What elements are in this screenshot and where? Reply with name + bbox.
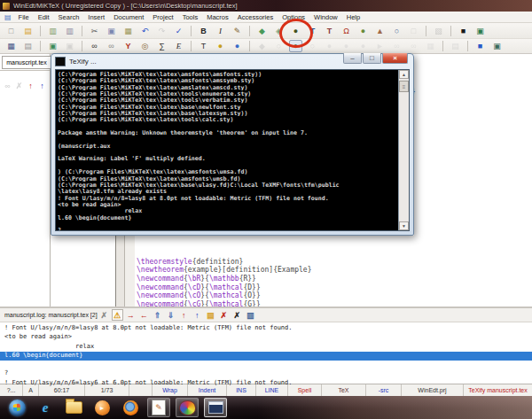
texify-icon[interactable]: ● [289, 25, 302, 37]
spellcheck-icon[interactable]: ✓ [172, 25, 185, 37]
equation-icon[interactable]: E [172, 40, 185, 52]
new-document-icon[interactable]: □ [4, 25, 18, 37]
link-icon[interactable]: ∞ [390, 40, 403, 52]
next-jump-icon[interactable]: ↑ [36, 80, 48, 91]
log-line[interactable]: <to be read again> [0, 333, 532, 342]
print-icon[interactable]: ▤ [21, 40, 35, 52]
cut-icon[interactable]: ✂ [88, 25, 101, 37]
log-line[interactable]: relax [0, 343, 532, 352]
menu-help[interactable]: Help [342, 13, 364, 21]
redo-icon[interactable]: ↷ [155, 25, 168, 37]
document-tab[interactable]: manuscript.tex [2, 56, 51, 69]
log-line[interactable] [0, 361, 532, 369]
find-in-files-icon[interactable]: ◎ [138, 40, 152, 52]
print-log-icon[interactable]: ▤ [449, 40, 462, 52]
log-line[interactable]: ! Font U/lasy/m/n/6=lasy6 at 6.0pt not l… [0, 379, 532, 388]
text-mode-icon[interactable]: T [197, 40, 210, 52]
menu-search[interactable]: Search [54, 13, 84, 21]
firefox-icon[interactable] [119, 398, 142, 417]
close-panel-icon[interactable]: ✗ [98, 309, 110, 321]
graphics-icon[interactable]: ▣ [46, 40, 59, 52]
console-taskbar-icon[interactable] [204, 398, 227, 417]
pdflatex-icon[interactable]: T [323, 25, 336, 37]
texify-console-icon[interactable]: ● [289, 40, 302, 52]
next-mark-icon[interactable]: ↑ [192, 309, 203, 321]
menu-tools[interactable]: Tools [178, 13, 203, 21]
prev-error-icon[interactable]: ← [138, 309, 150, 321]
pdf-view-icon[interactable]: □ [407, 25, 420, 37]
replace-icon[interactable]: Y [121, 40, 135, 52]
undo-icon[interactable]: ↶ [138, 25, 152, 37]
dvi-forward-icon[interactable]: ◆ [255, 25, 269, 37]
magnify2-icon[interactable]: ○ [306, 40, 319, 52]
alarm-icon[interactable]: ◆ [255, 40, 269, 52]
minimize-button[interactable]: – [343, 53, 362, 64]
menu-insert[interactable]: Insert [83, 13, 109, 21]
window-icon[interactable]: ▣ [490, 40, 504, 52]
dvi-view-icon[interactable]: ○ [390, 25, 403, 37]
close-doc-icon[interactable]: ✗ [13, 80, 25, 91]
scroll-down-button[interactable]: ▼ [399, 221, 409, 230]
first-error-icon[interactable]: ⇑ [152, 309, 163, 321]
link2-icon[interactable]: ∞ [407, 40, 420, 52]
scroll-up-button[interactable]: ▲ [399, 70, 409, 79]
log-line[interactable]: ! Font U/lasy/m/n/8=lasy8 at 8.0pt not l… [0, 324, 532, 333]
ie-icon[interactable]: e [34, 398, 57, 417]
menu-accessories[interactable]: Accessories [233, 13, 278, 21]
save-as-icon[interactable]: ▥ [63, 25, 76, 37]
maximize-button[interactable]: □ [363, 53, 381, 64]
close-button[interactable]: × [382, 53, 408, 64]
last-error-icon[interactable]: ⇓ [165, 309, 176, 321]
console-titlebar[interactable]: TeXify ... – □ × [51, 54, 413, 69]
pause-icon[interactable]: ● [340, 40, 353, 52]
copy-icon[interactable]: ▣ [105, 25, 118, 37]
prev-mark-icon[interactable]: ↑ [178, 309, 190, 321]
fullscreen-icon[interactable]: ■ [457, 25, 470, 37]
stop-icon[interactable]: ● [323, 40, 336, 52]
graphics2-icon[interactable]: ▣ [63, 40, 76, 52]
close-log-icon[interactable]: ✗ [231, 309, 243, 321]
child-window-icon[interactable]: ▤ [4, 13, 12, 21]
log-line[interactable]: ? [0, 369, 532, 378]
console-scrollbar[interactable]: ▲ ≡ ▼ [398, 70, 409, 230]
find-next-icon[interactable]: ∞ [105, 40, 118, 52]
menu-options[interactable]: Options [278, 13, 309, 21]
menu-project[interactable]: Project [148, 13, 177, 21]
latex-icon[interactable]: T [306, 25, 319, 37]
menu-document[interactable]: Document [109, 13, 148, 21]
open-log-icon[interactable]: ▤ [205, 309, 216, 321]
makeindex-icon[interactable]: ▲ [373, 25, 387, 37]
clear-marks-icon[interactable]: ✗ [218, 309, 230, 321]
macros-icon[interactable]: ▧ [432, 25, 445, 37]
globe-icon[interactable]: ● [214, 40, 227, 52]
miktex-taskbar-icon[interactable] [176, 398, 199, 417]
bibtex-icon[interactable]: ● [356, 25, 370, 37]
image-tools-icon[interactable]: ▣ [473, 25, 487, 37]
code-editor[interactable]: \theoremstyle{definition}\newtheorem{exa… [137, 232, 311, 306]
open-file-icon[interactable]: ▤ [21, 25, 35, 37]
edit-pen-icon[interactable]: ✎ [231, 25, 244, 37]
menu-file[interactable]: File [14, 13, 34, 21]
compile-copy-icon[interactable]: ◈ [272, 25, 286, 37]
blue-screen-icon[interactable]: ■ [473, 40, 487, 52]
scrollbar-thumb[interactable]: ≡ [399, 81, 409, 92]
next-error-icon[interactable]: → [125, 309, 137, 321]
view-source-icon[interactable]: ∞ [2, 80, 13, 91]
menu-macros[interactable]: Macros [202, 13, 233, 21]
log-file-icon[interactable]: ▥ [245, 309, 256, 321]
italic-icon[interactable]: I [214, 25, 227, 37]
bold-icon[interactable]: B [197, 25, 210, 37]
paste-icon[interactable]: ▦ [121, 25, 135, 37]
prev-jump-icon[interactable]: ↑ [25, 80, 36, 91]
media-player-icon[interactable]: ► [90, 398, 113, 417]
document-mode-icon[interactable]: ▥ [46, 25, 59, 37]
winedt-taskbar-icon[interactable]: ✎ [147, 398, 170, 417]
dvips-icon[interactable]: Ω [340, 25, 353, 37]
log-line[interactable]: l.60 \begin{document} [0, 352, 532, 361]
warning-icon[interactable]: ⚠ [112, 309, 123, 321]
find-icon[interactable]: ∞ [88, 40, 101, 52]
magnify-icon[interactable]: ○ [272, 40, 286, 52]
run-icon[interactable]: ► [373, 40, 387, 52]
explorer-icon[interactable] [62, 398, 85, 417]
sum-icon[interactable]: ∑ [155, 40, 168, 52]
